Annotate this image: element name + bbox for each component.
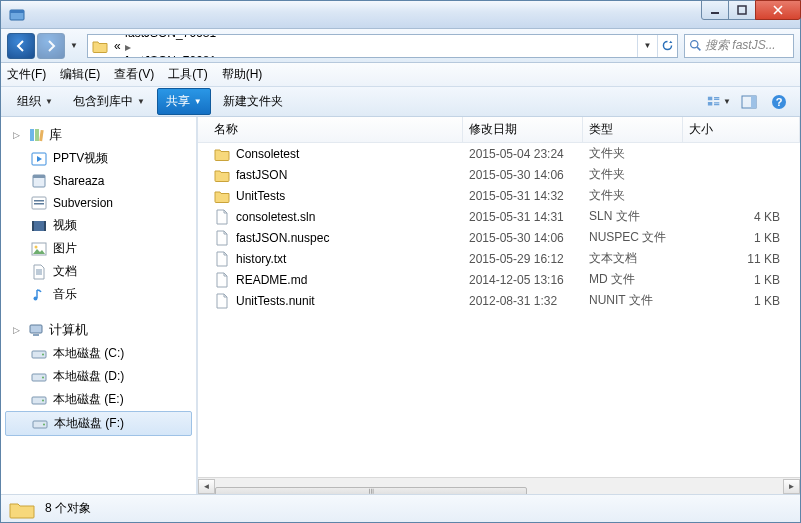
address-bar[interactable]: « ▸软件下载1▸fastJSON_70681▸fastJSON_70681▸f… — [87, 34, 678, 58]
status-text: 8 个对象 — [45, 500, 91, 517]
col-header-size[interactable]: 大小 — [683, 117, 800, 142]
file-row[interactable]: UnitTests2015-05-31 14:32文件夹 — [198, 185, 800, 206]
tree-label: 音乐 — [53, 286, 77, 303]
drive-icon — [31, 346, 47, 362]
body: ▷ 库 PPTV视频ShareazaSubversion视频图片文档音乐 ▷ 计… — [1, 117, 800, 494]
menu-file[interactable]: 文件(F) — [7, 66, 46, 83]
scroll-left-button[interactable]: ◄ — [198, 479, 215, 494]
nav-history-dropdown[interactable]: ▼ — [67, 33, 81, 59]
drive-icon — [32, 416, 48, 432]
close-button[interactable] — [755, 0, 801, 20]
share-button[interactable]: 共享 ▼ — [157, 88, 211, 115]
tree-item[interactable]: 本地磁盘 (C:) — [1, 342, 196, 365]
file-row[interactable]: fastJSON.nuspec2015-05-30 14:06NUSPEC 文件… — [198, 227, 800, 248]
horizontal-scrollbar[interactable]: ◄ ► — [198, 477, 800, 494]
menu-tools[interactable]: 工具(T) — [168, 66, 207, 83]
library-icon — [28, 127, 44, 143]
file-size: 4 KB — [683, 210, 800, 224]
doc-icon — [31, 264, 47, 280]
newfolder-button[interactable]: 新建文件夹 — [215, 89, 291, 114]
file-row[interactable]: Consoletest2015-05-04 23:24文件夹 — [198, 143, 800, 164]
file-icon — [214, 272, 230, 288]
tree-label: PPTV视频 — [53, 150, 108, 167]
pptv-icon — [31, 151, 47, 167]
maximize-button[interactable] — [728, 0, 756, 20]
file-row[interactable]: consoletest.sln2015-05-31 14:31SLN 文件4 K… — [198, 206, 800, 227]
tree-libraries: ▷ 库 PPTV视频ShareazaSubversion视频图片文档音乐 — [1, 123, 196, 306]
drive-icon — [31, 392, 47, 408]
file-date: 2015-05-04 23:24 — [463, 147, 583, 161]
forward-button[interactable] — [37, 33, 65, 59]
tree-header-computer[interactable]: ▷ 计算机 — [1, 318, 196, 342]
tree-header-libraries[interactable]: ▷ 库 — [1, 123, 196, 147]
tree-item[interactable]: 本地磁盘 (E:) — [1, 388, 196, 411]
tree-item[interactable]: Shareaza — [1, 170, 196, 192]
tree-item[interactable]: 音乐 — [1, 283, 196, 306]
svg-rect-20 — [32, 221, 46, 231]
tree-item[interactable]: 本地磁盘 (D:) — [1, 365, 196, 388]
tree-label: 视频 — [53, 217, 77, 234]
file-type: 文件夹 — [583, 187, 683, 204]
svg-point-35 — [43, 423, 45, 425]
help-button[interactable]: ? — [766, 91, 792, 113]
address-dropdown[interactable]: ▼ — [637, 35, 657, 57]
scroll-thumb[interactable] — [215, 487, 527, 494]
file-row[interactable]: fastJSON2015-05-30 14:06文件夹 — [198, 164, 800, 185]
refresh-button[interactable] — [657, 35, 677, 57]
tree-label: 本地磁盘 (D:) — [53, 368, 124, 385]
minimize-button[interactable] — [701, 0, 729, 20]
file-name: fastJSON — [236, 168, 287, 182]
drive-icon — [31, 369, 47, 385]
file-type: 文件夹 — [583, 145, 683, 162]
tree-label: 本地磁盘 (E:) — [53, 391, 124, 408]
mus-icon — [31, 287, 47, 303]
file-row[interactable]: UnitTests.nunit2012-08-31 1:32NUNIT 文件1 … — [198, 290, 800, 311]
search-input[interactable]: 搜索 fastJS... — [684, 34, 794, 58]
col-header-type[interactable]: 类型 — [583, 117, 683, 142]
menu-help[interactable]: 帮助(H) — [222, 66, 263, 83]
file-row[interactable]: README.md2014-12-05 13:16MD 文件1 KB — [198, 269, 800, 290]
view-mode-button[interactable]: ▼ — [706, 91, 732, 113]
breadcrumb-item[interactable]: fastJSON_70681 — [123, 54, 221, 58]
svg-rect-11 — [30, 129, 34, 141]
svg-point-25 — [34, 296, 38, 300]
include-library-button[interactable]: 包含到库中 ▼ — [65, 89, 153, 114]
menu-view[interactable]: 查看(V) — [114, 66, 154, 83]
svg-rect-13 — [39, 130, 44, 141]
col-header-name[interactable]: 名称 — [208, 117, 463, 142]
tree-item[interactable]: 图片 — [1, 237, 196, 260]
navigation-pane[interactable]: ▷ 库 PPTV视频ShareazaSubversion视频图片文档音乐 ▷ 计… — [1, 117, 196, 494]
tree-label: 图片 — [53, 240, 77, 257]
file-size: 1 KB — [683, 231, 800, 245]
preview-pane-button[interactable] — [736, 91, 762, 113]
folder-icon — [92, 38, 108, 54]
menu-edit[interactable]: 编辑(E) — [60, 66, 100, 83]
file-type: 文本文档 — [583, 250, 683, 267]
file-date: 2015-05-31 14:31 — [463, 210, 583, 224]
svg-rect-18 — [34, 200, 44, 202]
breadcrumb-item[interactable]: fastJSON_70681 — [123, 34, 221, 41]
scroll-right-button[interactable]: ► — [783, 479, 800, 494]
folder-icon — [214, 188, 230, 204]
file-name: consoletest.sln — [236, 210, 315, 224]
nav-bar: ▼ « ▸软件下载1▸fastJSON_70681▸fastJSON_70681… — [1, 29, 800, 63]
search-placeholder: 搜索 fastJS... — [705, 37, 776, 54]
organize-button[interactable]: 组织 ▼ — [9, 89, 61, 114]
tree-item[interactable]: 文档 — [1, 260, 196, 283]
menu-bar: 文件(F) 编辑(E) 查看(V) 工具(T) 帮助(H) — [1, 63, 800, 87]
back-button[interactable] — [7, 33, 35, 59]
tree-item[interactable]: PPTV视频 — [1, 147, 196, 170]
file-row[interactable]: history.txt2015-05-29 16:12文本文档11 KB — [198, 248, 800, 269]
tree-item[interactable]: 视频 — [1, 214, 196, 237]
tree-label: 文档 — [53, 263, 77, 280]
file-date: 2015-05-31 14:32 — [463, 189, 583, 203]
file-icon — [214, 230, 230, 246]
file-name: README.md — [236, 273, 307, 287]
col-header-date[interactable]: 修改日期 — [463, 117, 583, 142]
file-name: history.txt — [236, 252, 286, 266]
file-list[interactable]: Consoletest2015-05-04 23:24文件夹fastJSON20… — [198, 143, 800, 477]
column-headers: 名称 修改日期 类型 大小 — [198, 117, 800, 143]
tree-item[interactable]: Subversion — [1, 192, 196, 214]
folder-icon — [9, 499, 35, 519]
tree-item[interactable]: 本地磁盘 (F:) — [5, 411, 192, 436]
